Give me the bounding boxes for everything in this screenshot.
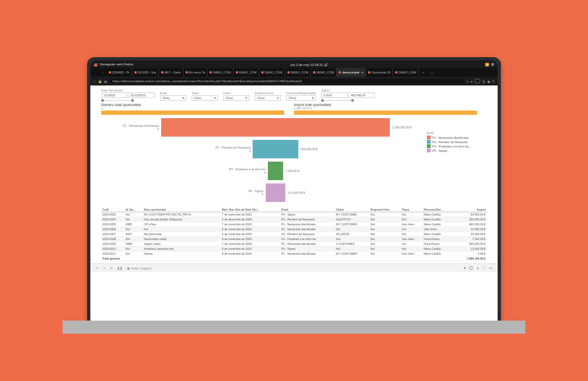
column-header[interactable]: Tipus [401,207,422,212]
filter-bar: Data Tancament1/1/202331/12/2023Estat(To… [90,85,498,102]
menu-icon[interactable]: ≡ [492,79,494,83]
firefox-icon: 🦊 [94,63,97,66]
browser-toolbar: ○ 🔒 ▤ https://democompleta.coneix.com/de… [90,77,498,85]
data-grid[interactable]: CodiId Op…Nom oportunitatMes, Dia, Año d… [90,207,498,263]
filter-data-tancament[interactable]: Data Tancament1/1/202331/12/2023 [101,89,155,101]
table-row[interactable]: 2023-00054985OP a Nou7 de novembre de 20… [101,222,487,227]
browser-tab[interactable]: democomple× [336,68,366,77]
legend-item[interactable]: P2 - Pendent de Resposta [427,140,487,144]
browser-tab[interactable]: 2024002 - Pr [107,68,132,77]
wifi-icon: 📶 [485,63,489,66]
funnel-bar[interactable]: P5 - Signat2114.000,00 € [266,183,305,202]
kpi-count: Número total oportunitats 5 [101,103,294,115]
column-header[interactable]: Nom oportunitat [143,207,220,212]
table-row[interactable]: 2023-0010NulAmpliació capacitat font8 de… [101,247,487,251]
column-header[interactable]: Codi [101,207,125,212]
browser-tab[interactable]: MKT - Gantt [159,68,183,77]
funnel-bar[interactable]: P3 - Finalistes a la short list17.000,00… [268,162,299,180]
kpi-import: Import total oportunitats 1.686.105,00 € [294,103,487,115]
filter-empresa-font[interactable]: Empresa Font(Tots)▾ [255,91,281,101]
kpi-row: Número total oportunitats 5 Import total… [90,102,498,116]
filter-import[interactable]: Import0,00 €460.000,00 [321,89,375,101]
dashboard-statusbar: ↶ ↷ ⟲ ❚❚ ▣ Vista: Original ⚑ 💬 ⬇ ⛶ ≪ [90,263,498,272]
os-top-bar: 🦊 Navegador web Firefox jue 2 de may 12:… [90,60,498,68]
browser-tab[interactable]: DEMO_COM [259,68,285,77]
share-icon[interactable]: ≪ [489,266,492,270]
dashboard-app: Data Tancament1/1/202331/12/2023Estat(To… [90,85,498,321]
filter-client[interactable]: Client(Tots)▾ [223,91,249,101]
alert-icon[interactable]: ⚑ [463,266,466,270]
column-header[interactable]: Estat [280,207,335,212]
legend-item[interactable]: P1 - Necessitat identificada [427,136,487,139]
funnel-chart[interactable]: P1 - Necessitat identificada41.306.500,0… [101,118,425,205]
comment-icon[interactable]: 💬 [469,266,473,270]
column-header[interactable]: Persona Res… [422,207,455,212]
os-tray: 📶 ⏻ [485,63,494,66]
view-toggle[interactable]: ▣ Vista: Original [127,266,151,270]
browser-tab[interactable]: DEMO_COM [234,68,259,77]
column-header[interactable]: Empresa Font [370,207,401,212]
browser-tab[interactable]: DEMO_COM [207,68,233,77]
table-row[interactable]: 2023-00094988Urgent mèdic7 de novembre d… [101,242,487,247]
power-icon: ⏻ [491,63,494,66]
funnel-bar[interactable]: P1 - Necessitat identificada41.306.500,0… [161,118,412,137]
column-header[interactable]: Mes, Dia, Año de Data Tan… [221,207,280,212]
browser-tab[interactable]: DEMO_COM [311,68,336,77]
funnel-bar[interactable]: P2 - Pendent de Resposta2260.000,00 € [253,140,318,158]
url-input[interactable]: https://democompleta.coneix.com/demo_com… [109,79,464,83]
pause-icon[interactable]: ❚❚ [117,266,122,270]
browser-tab[interactable]: DEMO_COM [393,68,419,77]
tabs-dropdown-button[interactable]: ⌄ [427,71,437,74]
table-total-row: Total general1.686.105,00 € [101,256,487,261]
browser-tab[interactable]: DEMO_COM [285,68,311,77]
table-row[interactable]: 2023-0008NulNecessitats mèdic8 de novemb… [101,237,487,242]
download-icon[interactable] [475,79,480,83]
pocket-icon[interactable]: ▾ [471,79,473,83]
legend-item[interactable]: P3 - Finalistes a la short list [427,144,487,148]
os-clock: jue 2 de may 12:38:21 🔊 [133,63,485,66]
history-back-button[interactable]: ‹ [100,71,107,74]
column-header[interactable]: Id Op… [125,207,143,212]
table-row[interactable]: 2023-0006NulNul8 de novembre de 2023P1 -… [101,227,487,232]
table-row[interactable]: 2023-0002NulMV-CUSTOMER-PROJECTE_PROVI…7… [101,212,487,217]
chart-legend: Estat P1 - Necessitat identificadaP2 - P… [427,118,487,205]
browser-tab[interactable]: Oportunitat 20 [366,68,393,77]
legend-item[interactable]: P5 - Signat [427,149,487,152]
table-row[interactable]: 2023-00074647MyOportunitat8 de novembre … [101,232,487,237]
browser-tabstrip: ‹ 2024002 - Pr23.0025 - GarMKT - GanttEl… [90,68,498,77]
filter-tipus[interactable]: Tipus(Tots)▾ [192,91,218,101]
column-header[interactable]: Import [456,207,487,212]
new-tab-button[interactable]: + [419,71,427,74]
fullscreen-icon[interactable]: ⛶ [482,266,486,270]
reset-icon[interactable]: ⟲ [110,266,113,270]
undo-icon[interactable]: ↶ [96,266,99,270]
column-header[interactable]: Client [335,207,370,212]
bookmark-icon[interactable]: ☆ [466,79,469,83]
redo-icon[interactable]: ↷ [103,266,106,270]
lock-icon[interactable]: 🔒 [98,79,102,83]
account-icon[interactable]: ◉ [487,79,490,83]
table-row[interactable]: 2023-0004NulNom de part Emilià Villalpan… [101,217,487,222]
filter-persona-responsable[interactable]: Persona Responsable(Tots)▾ [286,91,316,101]
table-row[interactable]: 2023-0011NulNotícia8 de novembre de 2023… [101,251,487,256]
filter-estat[interactable]: Estat(Tots)▾ [160,91,186,101]
extensions-icon[interactable]: ❯ [482,79,485,83]
browser-tab[interactable]: Els meus Ta [183,68,208,77]
download-icon[interactable]: ⬇ [476,266,479,270]
reader-icon: ▤ [104,79,107,83]
os-app-name: 🦊 Navegador web Firefox [94,63,133,66]
shield-icon[interactable]: ○ [94,79,96,83]
browser-tab[interactable]: 23.0025 - Gar [132,68,159,77]
